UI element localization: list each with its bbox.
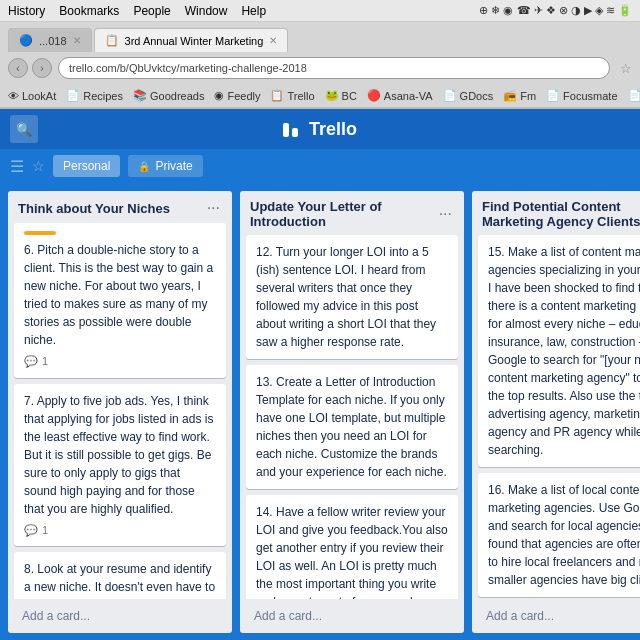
tab1-close[interactable]: ✕ — [73, 35, 81, 46]
tab-bar: 🔵 ...018 ✕ 📋 3rd Annual Winter Marketing… — [0, 22, 640, 52]
card-1[interactable]: 6. Pitch a double-niche story to a clien… — [14, 223, 226, 378]
comment-icon: 💬 — [24, 353, 38, 370]
card-3-text: 8. Look at your resume and identify a ne… — [24, 562, 215, 599]
card-8-text: 15. Make a list of content marketing age… — [488, 245, 640, 457]
logo-col-right — [292, 128, 298, 137]
bookmark-trello[interactable]: 📋 Trello — [270, 89, 314, 102]
bookmark-gdocs[interactable]: 📄 GDocs — [443, 89, 494, 102]
tab1-icon: 🔵 — [19, 34, 33, 47]
list-2: Update Your Letter of Introduction ··· 1… — [240, 191, 464, 633]
bc-icon: 🐸 — [325, 89, 339, 102]
list-1-menu[interactable]: ··· — [205, 199, 222, 217]
menu-bar: History Bookmarks People Window Help ⊕ ❄… — [0, 0, 640, 22]
board-content: Think about Your Niches ··· 6. Pitch a d… — [0, 183, 640, 640]
card-9[interactable]: 16. Make a list of local content marketi… — [478, 473, 640, 597]
nav-personal[interactable]: Personal — [53, 155, 120, 177]
nav-private[interactable]: 🔒 Private — [128, 155, 202, 177]
list-2-header: Update Your Letter of Introduction ··· — [240, 191, 464, 235]
add-card-btn-3[interactable]: Add a card... — [480, 605, 640, 627]
bookmarks-bar: 👁 LookAt 📄 Recipes 📚 Goodreads ◉ Feedly … — [0, 84, 640, 108]
comment-icon-2: 💬 — [24, 522, 38, 539]
lock-icon: 🔒 — [138, 161, 150, 172]
card-1-label — [24, 231, 56, 235]
add-card-btn-2[interactable]: Add a card... — [248, 605, 456, 627]
card-7[interactable]: 14. Have a fellow writer review your LOI… — [246, 495, 458, 599]
list-1-footer: Add a card... — [8, 599, 232, 633]
menu-window[interactable]: Window — [185, 4, 228, 18]
bookmark-fm[interactable]: 📻 Fm — [503, 89, 536, 102]
trello-bookmark-icon: 📋 — [270, 89, 284, 102]
bookmark-star[interactable]: ☆ — [620, 61, 632, 76]
feedly-icon: ◉ — [214, 89, 224, 102]
tab2-label: 3rd Annual Winter Marketing — [125, 35, 264, 47]
tab2-close[interactable]: ✕ — [269, 35, 277, 46]
card-2-comment-count: 1 — [42, 522, 48, 539]
list-1-header: Think about Your Niches ··· — [8, 191, 232, 223]
url-text: trello.com/b/QbUvktcy/marketing-challeng… — [69, 62, 307, 74]
trello-logo-icon — [283, 121, 303, 137]
bookmark-feedly[interactable]: ◉ Feedly — [214, 89, 260, 102]
bookmark-bc[interactable]: 🐸 BC — [325, 89, 357, 102]
card-2-text: 7. Apply to five job ads. Yes, I think t… — [24, 394, 213, 516]
add-card-btn-1[interactable]: Add a card... — [16, 605, 224, 627]
list-3-header: Find Potential Content Marketing Agency … — [472, 191, 640, 235]
list-3-title: Find Potential Content Marketing Agency … — [482, 199, 640, 229]
tab1-label: ...018 — [39, 35, 67, 47]
list-3: Find Potential Content Marketing Agency … — [472, 191, 640, 633]
address-bar: ‹ › trello.com/b/QbUvktcy/marketing-chal… — [0, 52, 640, 84]
search-button[interactable]: 🔍 — [10, 115, 38, 143]
card-6[interactable]: 13. Create a Letter of Introduction Temp… — [246, 365, 458, 489]
forward-button[interactable]: › — [32, 58, 52, 78]
list-2-title: Update Your Letter of Introduction — [250, 199, 437, 229]
menu-bookmarks[interactable]: Bookmarks — [59, 4, 119, 18]
browser-chrome: 🔵 ...018 ✕ 📋 3rd Annual Winter Marketing… — [0, 22, 640, 109]
card-1-badge: 💬 1 — [24, 353, 216, 370]
menu-items: History Bookmarks People Window Help — [8, 4, 266, 18]
back-button[interactable]: ‹ — [8, 58, 28, 78]
card-1-comment-count: 1 — [42, 353, 48, 370]
menu-people[interactable]: People — [133, 4, 170, 18]
menu-history[interactable]: History — [8, 4, 45, 18]
sidebar-toggle[interactable]: ☰ — [10, 157, 24, 176]
board-nav: ☰ ☆ Personal 🔒 Private — [0, 149, 640, 183]
star-board[interactable]: ☆ — [32, 158, 45, 174]
menu-bar-right: ⊕ ❄ ◉ ☎ ✈ ❖ ⊗ ◑ ▶ ◈ ≋ 🔋 — [479, 4, 632, 17]
list-3-footer: Add a card... — [472, 599, 640, 633]
bookmark-lifehacker[interactable]: 📄 Lifehacker — [628, 89, 640, 102]
card-2-badge: 💬 1 — [24, 522, 216, 539]
trello-logo: Trello — [283, 119, 357, 140]
tab-2[interactable]: 📋 3rd Annual Winter Marketing ✕ — [94, 28, 289, 52]
lifehacker-icon: 📄 — [628, 89, 640, 102]
nav-buttons: ‹ › — [8, 58, 52, 78]
card-6-text: 13. Create a Letter of Introduction Temp… — [256, 375, 447, 479]
trello-header: 🔍 Trello — [0, 109, 640, 149]
bookmark-lookat[interactable]: 👁 LookAt — [8, 90, 56, 102]
goodreads-icon: 📚 — [133, 89, 147, 102]
gdocs-icon: 📄 — [443, 89, 457, 102]
menu-bar-icons: ⊕ ❄ ◉ ☎ ✈ ❖ ⊗ ◑ ▶ ◈ ≋ 🔋 — [479, 4, 632, 17]
list-2-cards: 12. Turn your longer LOI into a 5 (ish) … — [240, 235, 464, 599]
card-5[interactable]: 12. Turn your longer LOI into a 5 (ish) … — [246, 235, 458, 359]
card-8[interactable]: 15. Make a list of content marketing age… — [478, 235, 640, 467]
trello-app: 🔍 Trello ☰ ☆ Personal 🔒 Private Think ab… — [0, 109, 640, 640]
bookmark-goodreads[interactable]: 📚 Goodreads — [133, 89, 204, 102]
bookmark-asana[interactable]: 🔴 Asana-VA — [367, 89, 433, 102]
list-1-title: Think about Your Niches — [18, 201, 170, 216]
tab2-icon: 📋 — [105, 34, 119, 47]
asana-icon: 🔴 — [367, 89, 381, 102]
bookmark-recipes[interactable]: 📄 Recipes — [66, 89, 123, 102]
card-7-text: 14. Have a fellow writer review your LOI… — [256, 505, 448, 599]
menu-help[interactable]: Help — [241, 4, 266, 18]
card-2[interactable]: 7. Apply to five job ads. Yes, I think t… — [14, 384, 226, 547]
list-2-menu[interactable]: ··· — [437, 205, 454, 223]
focusmate-icon: 📄 — [546, 89, 560, 102]
url-bar[interactable]: trello.com/b/QbUvktcy/marketing-challeng… — [58, 57, 610, 79]
card-3[interactable]: 8. Look at your resume and identify a ne… — [14, 552, 226, 599]
bookmark-focusmate[interactable]: 📄 Focusmate — [546, 89, 617, 102]
lookat-icon: 👁 — [8, 90, 19, 102]
trello-logo-text: Trello — [309, 119, 357, 140]
recipes-icon: 📄 — [66, 89, 80, 102]
tab-1[interactable]: 🔵 ...018 ✕ — [8, 28, 92, 52]
list-1-cards: 6. Pitch a double-niche story to a clien… — [8, 223, 232, 599]
card-5-text: 12. Turn your longer LOI into a 5 (ish) … — [256, 245, 436, 349]
